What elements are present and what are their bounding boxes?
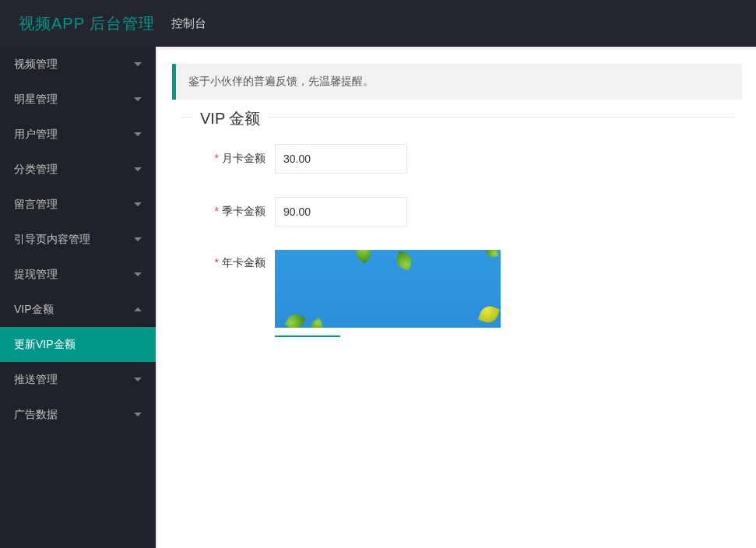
- sidebar-item-update-vip[interactable]: 更新VIP金额: [0, 327, 156, 362]
- required-mark: *: [215, 256, 219, 269]
- leaf-icon: [353, 250, 374, 264]
- vip-fieldset: VIP 金额 *月卡金额 *季卡金额 *年卡金额: [180, 117, 734, 350]
- month-input[interactable]: [275, 144, 407, 174]
- required-mark: *: [215, 205, 219, 217]
- sidebar-item-vip[interactable]: VIP金额: [0, 292, 156, 327]
- sidebar-item-label: 留言管理: [14, 198, 58, 212]
- main-layout: 视频管理 明星管理 用户管理 分类管理 留言管理 引导页内容管理 提现管理: [0, 47, 756, 548]
- label-quarter: *季卡金额: [195, 205, 265, 219]
- sidebar-item-label: 分类管理: [14, 163, 58, 177]
- sidebar-item-label: 广告数据: [14, 408, 58, 422]
- sidebar-item-push[interactable]: 推送管理: [0, 362, 156, 397]
- chevron-up-icon: [134, 307, 142, 311]
- alert-tip: 鉴于小伙伴的普遍反馈，先温馨提醒。: [172, 64, 742, 100]
- sidebar-item-ad[interactable]: 广告数据: [0, 397, 156, 432]
- row-year: *年卡金额: [195, 250, 719, 328]
- app-logo: 视频APP 后台管理: [0, 0, 156, 47]
- sidebar-item-label: 明星管理: [14, 93, 58, 107]
- chevron-down-icon: [134, 237, 142, 241]
- sidebar-item-label: VIP金额: [14, 303, 54, 317]
- chevron-down-icon: [134, 272, 142, 276]
- sidebar-item-message[interactable]: 留言管理: [0, 187, 156, 222]
- required-mark: *: [215, 152, 219, 164]
- quarter-input[interactable]: [275, 197, 407, 227]
- leaf-icon: [284, 311, 305, 328]
- label-year-text: 年卡金额: [222, 256, 265, 269]
- sidebar-item-label: 视频管理: [14, 58, 58, 72]
- sidebar-item-withdraw[interactable]: 提现管理: [0, 257, 156, 292]
- chevron-down-icon: [134, 97, 142, 101]
- leaf-icon: [485, 250, 499, 259]
- row-quarter: *季卡金额: [195, 197, 719, 227]
- chevron-down-icon: [134, 62, 142, 66]
- chevron-down-icon: [134, 202, 142, 206]
- main-content: 鉴于小伙伴的普遍反馈，先温馨提醒。 VIP 金额 *月卡金额 *季卡金额: [156, 47, 756, 548]
- input-wrap-quarter: [275, 197, 407, 227]
- nav-console[interactable]: 控制台: [156, 0, 222, 47]
- label-year: *年卡金额: [195, 256, 265, 270]
- sidebar-item-label: 提现管理: [14, 268, 58, 282]
- label-month: *月卡金额: [195, 152, 265, 166]
- leaf-icon: [394, 251, 414, 271]
- row-month: *月卡金额: [195, 144, 719, 174]
- chevron-down-icon: [134, 413, 142, 416]
- sidebar-item-guide[interactable]: 引导页内容管理: [0, 222, 156, 257]
- sidebar: 视频管理 明星管理 用户管理 分类管理 留言管理 引导页内容管理 提现管理: [0, 47, 156, 548]
- sidebar-item-label: 推送管理: [14, 373, 58, 387]
- overlay-banner: [275, 250, 501, 328]
- sidebar-item-category[interactable]: 分类管理: [0, 152, 156, 187]
- top-header: 视频APP 后台管理 控制台: [0, 0, 756, 47]
- chevron-down-icon: [134, 132, 142, 136]
- sidebar-item-star[interactable]: 明星管理: [0, 82, 156, 117]
- logo-text: 视频APP 后台管理: [19, 13, 155, 34]
- leaf-icon: [478, 304, 500, 325]
- submit-underline: [275, 335, 340, 337]
- leaf-banner-image: [275, 250, 501, 328]
- input-wrap-month: [275, 144, 407, 174]
- nav-console-label: 控制台: [171, 16, 206, 31]
- fieldset-legend: VIP 金额: [192, 108, 268, 129]
- alert-text: 鉴于小伙伴的普遍反馈，先温馨提醒。: [188, 75, 374, 87]
- sidebar-item-label: 用户管理: [14, 128, 58, 142]
- leaf-icon: [308, 318, 325, 328]
- chevron-down-icon: [134, 167, 142, 171]
- label-month-text: 月卡金额: [222, 152, 265, 164]
- sidebar-item-label: 引导页内容管理: [14, 233, 90, 247]
- sidebar-item-user[interactable]: 用户管理: [0, 117, 156, 152]
- top-nav: 控制台: [156, 0, 756, 47]
- chevron-down-icon: [134, 378, 142, 381]
- sidebar-item-label: 更新VIP金额: [14, 338, 76, 352]
- label-quarter-text: 季卡金额: [222, 205, 265, 217]
- sidebar-item-video[interactable]: 视频管理: [0, 47, 156, 82]
